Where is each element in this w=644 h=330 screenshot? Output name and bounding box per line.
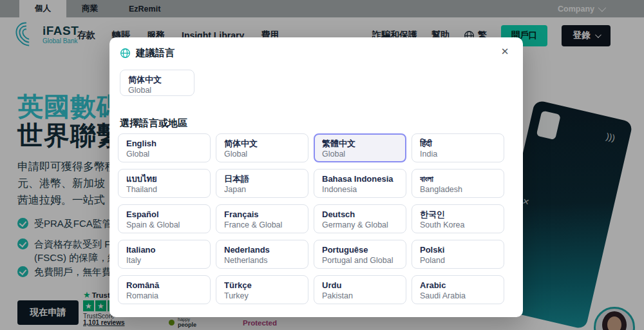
language-name: Portuguêse	[322, 244, 398, 255]
suggested-language-card[interactable]: 简体中文 Global	[120, 70, 194, 96]
language-selection-modal: ✕ 建議語言 简体中文 Global 選擇語言或地區 EnglishGlobal…	[109, 37, 523, 317]
language-name: 繁體中文	[322, 138, 398, 149]
language-region: Italy	[126, 255, 202, 266]
language-grid: EnglishGlobal简体中文Global繁體中文GlobalहिंदीIn…	[118, 133, 504, 304]
language-card[interactable]: NederlandsNetherlands	[216, 240, 308, 269]
language-region: Global	[128, 85, 186, 95]
language-region: Global	[126, 149, 202, 159]
language-region: Saudi Arabia	[420, 291, 496, 301]
language-name: Türkçe	[224, 280, 300, 291]
language-name: Italiano	[126, 244, 202, 255]
language-region: Japan	[224, 184, 300, 195]
language-name: English	[126, 138, 202, 149]
language-name: Polski	[420, 244, 496, 255]
language-name: Bahasa Indonesia	[322, 173, 398, 184]
language-region: South Korea	[420, 220, 496, 230]
language-card[interactable]: EnglishGlobal	[118, 133, 211, 162]
modal-header: 建議語言	[120, 47, 175, 59]
language-name: 한국인	[420, 209, 496, 220]
language-name: แบบไทย	[126, 173, 202, 184]
screen: 個人 商業 EzRemit Company iFAST Global Bank …	[0, 0, 644, 330]
language-card[interactable]: 日本語Japan	[216, 169, 308, 198]
language-card[interactable]: 繁體中文Global	[314, 133, 406, 162]
language-card[interactable]: বাংলাBangladesh	[412, 169, 504, 198]
language-region: Thailand	[126, 184, 202, 195]
language-card[interactable]: ArabicSaudi Arabia	[412, 275, 504, 304]
language-name: Français	[224, 209, 300, 220]
language-region: Indonesia	[322, 184, 398, 195]
language-name: Español	[126, 209, 202, 220]
language-region: Turkey	[224, 291, 300, 301]
language-region: Poland	[420, 255, 496, 266]
choose-language-title: 選擇語言或地區	[120, 117, 187, 130]
language-name: Arabic	[420, 280, 496, 291]
language-name: Urdu	[322, 280, 398, 291]
language-card[interactable]: FrançaisFrance & Global	[216, 204, 308, 233]
language-card[interactable]: PolskiPoland	[412, 240, 504, 269]
language-card[interactable]: हिंदीIndia	[412, 133, 504, 162]
language-region: Bangladesh	[420, 184, 496, 195]
language-region: Netherlands	[224, 255, 300, 266]
language-name: বাংলা	[420, 173, 496, 184]
globe-icon	[120, 48, 131, 59]
language-region: Spain & Global	[126, 220, 202, 230]
language-name: 简体中文	[128, 74, 186, 85]
language-card[interactable]: RomânăRomania	[118, 275, 211, 304]
language-card[interactable]: TürkçeTurkey	[216, 275, 308, 304]
language-name: 简体中文	[224, 138, 300, 149]
language-region: Romania	[126, 291, 202, 301]
language-region: Global	[322, 149, 398, 159]
language-region: Pakistan	[322, 291, 398, 301]
language-name: हिंदी	[420, 138, 496, 149]
language-card[interactable]: ItalianoItaly	[118, 240, 211, 269]
language-card[interactable]: DeutschGermany & Global	[314, 204, 406, 233]
language-card[interactable]: Bahasa IndonesiaIndonesia	[314, 169, 406, 198]
language-card[interactable]: UrduPakistan	[314, 275, 406, 304]
language-region: India	[420, 149, 496, 159]
language-region: France & Global	[224, 220, 300, 230]
language-name: Deutsch	[322, 209, 398, 220]
language-card[interactable]: PortuguêsePortugal and Global	[314, 240, 406, 269]
language-region: Germany & Global	[322, 220, 398, 230]
language-region: Portugal and Global	[322, 255, 398, 266]
close-icon[interactable]: ✕	[498, 45, 511, 58]
language-name: Română	[126, 280, 202, 291]
language-region: Global	[224, 149, 300, 159]
language-name: Nederlands	[224, 244, 300, 255]
language-card[interactable]: แบบไทยThailand	[118, 169, 211, 198]
language-card[interactable]: EspañolSpain & Global	[118, 204, 211, 233]
language-card[interactable]: 简体中文Global	[216, 133, 308, 162]
language-card[interactable]: 한국인South Korea	[412, 204, 504, 233]
suggested-language-title: 建議語言	[136, 47, 175, 59]
language-name: 日本語	[224, 173, 300, 184]
